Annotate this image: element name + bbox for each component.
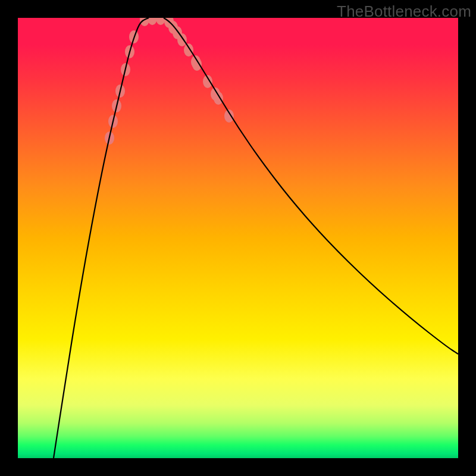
marker-dot: [156, 18, 165, 25]
marker-dot: [148, 18, 157, 25]
marker-layer: [105, 18, 234, 145]
series-left-curve: [54, 18, 149, 458]
chart-svg: [18, 18, 458, 458]
marker-dot: [177, 33, 187, 46]
series-right-curve: [164, 18, 458, 354]
plot-area: [18, 18, 458, 458]
marker-dot: [214, 92, 223, 105]
marker-dot: [184, 43, 193, 57]
chart-frame: TheBottleneck.com: [0, 0, 476, 476]
marker-dot: [224, 109, 234, 123]
curve-layer: [54, 18, 458, 458]
